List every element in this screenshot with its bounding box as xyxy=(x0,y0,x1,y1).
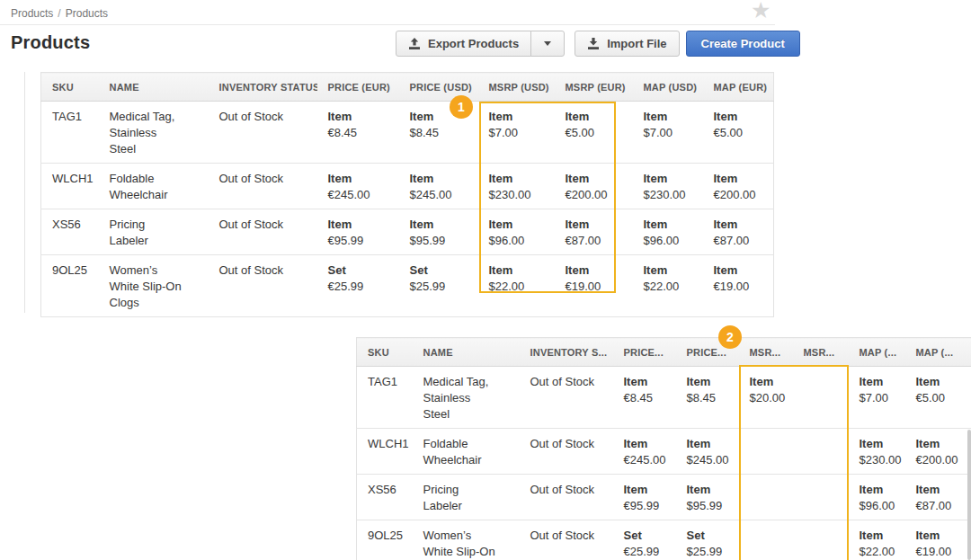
status-cell: Out of Stock xyxy=(520,520,613,560)
table-row-wlch1[interactable]: WLCH1 Foldable Wheelchair Out of Stock I… xyxy=(41,164,774,209)
create-product-label: Create Product xyxy=(701,37,785,50)
column-header-map-usd[interactable]: MAP (USD) xyxy=(633,73,703,102)
import-file-button[interactable]: Import File xyxy=(575,31,679,57)
header-row: SKU NAME INVENTORY STATUS PRICE (EUR) PR… xyxy=(41,73,774,102)
price-cell: Item$95.99 xyxy=(676,475,739,520)
map-cell: Item$22.00 xyxy=(849,520,905,560)
annotation-badge-1: 1 xyxy=(450,95,473,119)
msrp-cell: Item$22.00 xyxy=(478,255,555,317)
create-product-button[interactable]: Create Product xyxy=(686,31,800,57)
column-header-sku[interactable]: SKU xyxy=(41,73,99,102)
msrp-cell: Item€200.00 xyxy=(555,164,633,209)
status-cell: Out of Stock xyxy=(520,429,613,475)
map-cell: Item€87.00 xyxy=(905,475,971,520)
map-cell: Item€200.00 xyxy=(703,164,774,209)
msrp-cell: Item€19.00 xyxy=(555,255,633,317)
map-cell: Item€5.00 xyxy=(905,367,971,429)
toolbar: Export Products Import File Create Produ… xyxy=(396,31,800,57)
msrp-cell xyxy=(739,429,793,475)
msrp-cell xyxy=(793,520,849,560)
table-row-tag1[interactable]: TAG1 Medical Tag, Stainless Steel Out of… xyxy=(357,367,971,429)
column-header-price-eur[interactable]: PRICE (EUR) xyxy=(317,73,399,102)
name-cell: Foldable Wheelchair xyxy=(99,164,209,209)
sku-cell: WLCH1 xyxy=(357,429,413,475)
breadcrumb-separator: / xyxy=(58,7,60,20)
column-header-map-usd[interactable]: MAP (... xyxy=(849,338,905,367)
column-header-msrp-eur[interactable]: MSRP (EUR) xyxy=(555,73,633,102)
page: Products/Products ★ Products Export Prod… xyxy=(0,0,971,560)
column-header-inventory[interactable]: INVENTORY S... xyxy=(520,338,613,367)
column-header-map-eur[interactable]: MAP (EUR) xyxy=(703,73,774,102)
export-icon xyxy=(408,38,421,49)
table-row-wlch1[interactable]: WLCH1 Foldable Wheelchair Out of Stock I… xyxy=(357,429,971,475)
msrp-cell xyxy=(793,475,849,520)
caret-down-icon xyxy=(544,41,551,46)
price-cell: Set$25.99 xyxy=(399,255,478,317)
map-cell: Item$22.00 xyxy=(633,255,703,317)
products-table-2-viewport: SKU NAME INVENTORY S... PRICE... PRICE..… xyxy=(356,337,971,560)
export-products-label: Export Products xyxy=(428,37,519,50)
name-cell: Medical Tag, Stainless Steel xyxy=(413,367,520,429)
column-header-msrp-eur[interactable]: MSR... xyxy=(793,338,849,367)
column-header-name[interactable]: NAME xyxy=(413,338,520,367)
name-cell: Medical Tag, Stainless Steel xyxy=(99,102,209,164)
header-row: SKU NAME INVENTORY S... PRICE... PRICE..… xyxy=(357,338,971,367)
status-cell: Out of Stock xyxy=(520,475,613,520)
breadcrumb-divider xyxy=(0,24,775,25)
price-cell: Item€245.00 xyxy=(317,164,399,209)
column-header-msrp-usd[interactable]: MSR... xyxy=(739,338,793,367)
msrp-cell: Item$230.00 xyxy=(478,164,555,209)
price-cell: Item€8.45 xyxy=(317,102,399,164)
export-dropdown-button[interactable] xyxy=(530,31,565,57)
map-cell: Item$7.00 xyxy=(849,367,905,429)
column-header-map-eur[interactable]: MAP (... xyxy=(905,338,971,367)
sku-cell: 9OL25 xyxy=(357,520,413,560)
price-cell: Item€245.00 xyxy=(613,429,676,475)
column-header-sku[interactable]: SKU xyxy=(357,338,413,367)
table-row-tag1[interactable]: TAG1 Medical Tag, Stainless Steel Out of… xyxy=(41,102,774,164)
price-cell: Set€25.99 xyxy=(613,520,676,560)
sku-cell: XS56 xyxy=(41,209,99,255)
breadcrumb-link-products[interactable]: Products xyxy=(11,7,53,20)
column-header-name[interactable]: NAME xyxy=(99,73,209,102)
map-cell: Item€200.00 xyxy=(905,429,971,475)
table-row-9ol25[interactable]: 9OL25 Women’s White Slip-On Clogs Out of… xyxy=(357,520,971,560)
status-cell: Out of Stock xyxy=(209,164,317,209)
msrp-cell: Item€5.00 xyxy=(555,102,633,164)
price-cell: Item$95.99 xyxy=(399,209,478,255)
price-cell: Item€95.99 xyxy=(317,209,399,255)
products-table-1: SKU NAME INVENTORY STATUS PRICE (EUR) PR… xyxy=(40,72,774,317)
name-cell: Women’s White Slip-On Clogs xyxy=(413,520,520,560)
status-cell: Out of Stock xyxy=(209,102,317,164)
price-cell: Item$8.45 xyxy=(676,367,739,429)
table-row-xs56[interactable]: XS56 Pricing Labeler Out of Stock Item€9… xyxy=(357,475,971,520)
name-cell: Foldable Wheelchair xyxy=(413,429,520,475)
scrollbar-thumb[interactable] xyxy=(967,430,971,560)
msrp-cell xyxy=(739,475,793,520)
favorite-star-icon[interactable]: ★ xyxy=(751,0,771,23)
table-row-xs56[interactable]: XS56 Pricing Labeler Out of Stock Item€9… xyxy=(41,209,774,255)
price-cell: Item$245.00 xyxy=(676,429,739,475)
map-cell: Item€87.00 xyxy=(703,209,774,255)
map-cell: Item$230.00 xyxy=(849,429,905,475)
table-row-9ol25[interactable]: 9OL25 Women’s White Slip-On Clogs Out of… xyxy=(41,255,774,317)
price-cell: Item€95.99 xyxy=(613,475,676,520)
msrp-cell: Item$96.00 xyxy=(478,209,555,255)
column-header-price-eur[interactable]: PRICE... xyxy=(613,338,676,367)
left-guide-line xyxy=(24,72,25,313)
msrp-cell xyxy=(739,520,793,560)
breadcrumb-current: Products xyxy=(66,7,108,20)
sku-cell: XS56 xyxy=(357,475,413,520)
column-header-msrp-usd[interactable]: MSRP (USD) xyxy=(478,73,555,102)
status-cell: Out of Stock xyxy=(520,367,613,429)
name-cell: Women’s White Slip-On Clogs xyxy=(99,255,209,317)
map-cell: Item€5.00 xyxy=(703,102,774,164)
price-cell: Set€25.99 xyxy=(317,255,399,317)
price-cell: Item€8.45 xyxy=(613,367,676,429)
export-products-button[interactable]: Export Products xyxy=(396,31,531,57)
import-icon xyxy=(587,38,600,49)
breadcrumb: Products/Products xyxy=(11,7,108,20)
annotation-badge-2: 2 xyxy=(718,325,742,349)
import-file-label: Import File xyxy=(607,37,666,50)
column-header-inventory[interactable]: INVENTORY STATUS xyxy=(209,73,317,102)
